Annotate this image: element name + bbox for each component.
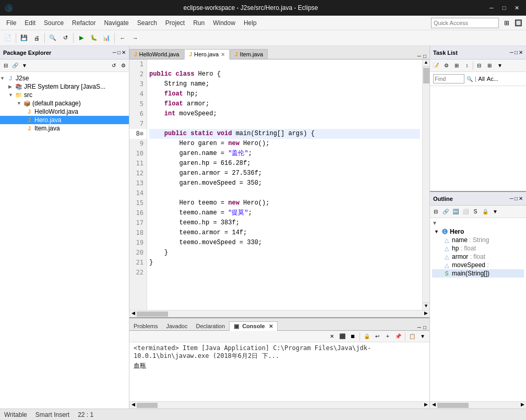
- outline-hide-static[interactable]: S: [471, 207, 480, 217]
- console-pin-btn[interactable]: 📌: [393, 332, 403, 341]
- task-expand-btn[interactable]: ⊞: [485, 61, 494, 70]
- new-button[interactable]: 📄: [2, 32, 14, 44]
- vscroll-down-btn[interactable]: ▼: [423, 303, 430, 310]
- tab-javadoc[interactable]: Javadoc: [162, 322, 192, 330]
- debug-button[interactable]: 🐛: [88, 32, 100, 44]
- outline-method-main[interactable]: S main(String[]): [432, 269, 524, 278]
- task-collapse-btn[interactable]: ⊟: [474, 61, 484, 70]
- menu-file[interactable]: File: [2, 17, 20, 29]
- pkg-sync-btn[interactable]: ↺: [109, 61, 118, 70]
- outline-link-editor[interactable]: 🔗: [441, 207, 450, 217]
- console-disconnect-btn[interactable]: ⏹: [348, 332, 357, 341]
- code-content[interactable]: public class Hero { String name; float h…: [147, 59, 422, 310]
- editor-hscrollbar[interactable]: ◀ ▶: [129, 310, 429, 317]
- pkg-maximize-btn[interactable]: □: [117, 50, 121, 55]
- console-word-wrap-btn[interactable]: ↩: [373, 332, 382, 341]
- outline-hide-nonpublic[interactable]: 🔒: [481, 207, 490, 217]
- outline-view-menu[interactable]: ▼: [491, 207, 500, 217]
- coverage-button[interactable]: 📊: [101, 32, 112, 44]
- menu-source[interactable]: Source: [40, 17, 68, 29]
- tree-item-src[interactable]: ▼ 📁 src: [0, 91, 129, 99]
- menu-project[interactable]: Project: [161, 17, 189, 29]
- task-minimize-btn[interactable]: ─: [510, 50, 513, 55]
- code-editor[interactable]: 1 2 3 4 5 6 7 8⊙ 9 10 11 12 13 14 15 16 …: [129, 59, 429, 310]
- tree-item-default-pkg[interactable]: ▼ 📦 (default package): [0, 99, 129, 107]
- vscroll-thumb[interactable]: [423, 68, 429, 83]
- outline-close-btn[interactable]: ✕: [519, 196, 523, 201]
- hscroll-left-btn[interactable]: ◀: [129, 310, 137, 318]
- collapse-all-btn[interactable]: ⊟: [1, 61, 10, 70]
- hscroll-thumb[interactable]: [137, 311, 168, 317]
- bottom-hscroll-left[interactable]: ◀: [129, 402, 137, 409]
- run-button[interactable]: ▶: [76, 32, 87, 44]
- prev-button[interactable]: ←: [117, 32, 128, 44]
- outline-minimize-btn[interactable]: ─: [510, 196, 513, 201]
- tree-item-j2se[interactable]: ▼ J J2se: [0, 74, 129, 82]
- outline-field-name[interactable]: △ name : String: [432, 236, 524, 244]
- task-group-btn[interactable]: ⊞: [452, 61, 461, 70]
- tree-item-jre[interactable]: ▶ 📚 JRE System Library [JavaS...: [0, 82, 129, 91]
- search-btn[interactable]: 🔍: [47, 32, 58, 44]
- print-button[interactable]: 🖨: [31, 32, 42, 44]
- console-terminate-btn[interactable]: ⬛: [338, 332, 347, 341]
- menu-refactor[interactable]: Refactor: [68, 17, 100, 29]
- console-scroll-lock-btn[interactable]: 🔒: [362, 332, 372, 341]
- console-clear-btn[interactable]: ✕: [327, 332, 337, 341]
- pkg-filter-btn[interactable]: ⚙: [118, 61, 128, 70]
- tab-declaration[interactable]: Declaration: [192, 322, 229, 330]
- task-find-icon[interactable]: 🔍: [467, 76, 473, 82]
- tab-item[interactable]: J Item.java: [230, 49, 268, 59]
- bottom-hscroll-thumb[interactable]: [137, 403, 158, 408]
- task-view-menu[interactable]: ▼: [495, 61, 505, 70]
- tab-console-close[interactable]: ✕: [269, 323, 273, 329]
- menu-search[interactable]: Search: [133, 17, 161, 29]
- minimize-button[interactable]: [486, 3, 497, 13]
- pkg-close-btn[interactable]: ✕: [122, 50, 126, 55]
- menu-run[interactable]: Run: [189, 17, 209, 29]
- close-button[interactable]: [511, 3, 522, 13]
- bottom-maximize-btn[interactable]: □: [422, 325, 427, 330]
- bottom-hscroll-right[interactable]: ▶: [422, 402, 429, 409]
- task-sort-btn[interactable]: ↕: [462, 61, 472, 70]
- task-filter-btn[interactable]: ⚙: [441, 61, 451, 70]
- editor-minimize-btn[interactable]: ─: [416, 53, 422, 59]
- next-button[interactable]: →: [129, 32, 141, 44]
- editor-vscrollbar[interactable]: ▲ ▼: [422, 59, 429, 310]
- tree-item-hero[interactable]: J Hero.java: [0, 116, 129, 124]
- task-new-btn[interactable]: 📝: [431, 61, 440, 70]
- menu-help[interactable]: Help: [240, 17, 261, 29]
- tree-item-item[interactable]: J Item.java: [0, 124, 129, 133]
- tab-helloworld[interactable]: J HelloWorld.java: [129, 49, 184, 59]
- quick-access-input[interactable]: [431, 18, 499, 28]
- hscroll-right-btn[interactable]: ▶: [422, 310, 429, 318]
- tab-close-hero[interactable]: ✕: [221, 52, 225, 57]
- pkg-minimize-btn[interactable]: ─: [113, 50, 116, 55]
- outline-field-armor[interactable]: △ armor : float: [432, 253, 524, 261]
- perspective-button[interactable]: 🔲: [512, 17, 524, 29]
- task-maximize-btn[interactable]: □: [515, 50, 518, 55]
- outline-hscroll-thumb[interactable]: [437, 403, 469, 408]
- refresh-btn[interactable]: ↺: [59, 32, 71, 44]
- outline-sort-alpha[interactable]: 🔤: [451, 207, 460, 217]
- menu-edit[interactable]: Edit: [20, 17, 40, 29]
- tab-console[interactable]: ▣ Console ✕: [229, 321, 278, 331]
- editor-maximize-btn[interactable]: □: [422, 53, 427, 59]
- outline-class-hero[interactable]: ▼ 🅒 Hero: [432, 227, 524, 236]
- bottom-minimize-btn[interactable]: ─: [416, 325, 422, 330]
- vscroll-up-btn[interactable]: ▲: [423, 59, 430, 67]
- outline-hide-fields[interactable]: ⬜: [461, 207, 470, 217]
- tree-item-helloworld[interactable]: J HelloWorld.java: [0, 107, 129, 116]
- view-toggle-button[interactable]: ⊞: [501, 17, 512, 29]
- tab-problems[interactable]: Problems: [129, 322, 162, 330]
- task-activate-label[interactable]: Ac...: [487, 76, 498, 82]
- console-open-console-btn[interactable]: 📋: [408, 332, 417, 341]
- outline-maximize-btn[interactable]: □: [515, 196, 518, 201]
- save-button[interactable]: 💾: [18, 32, 30, 44]
- task-all-label[interactable]: All: [479, 76, 485, 82]
- outline-expand-arrow[interactable]: ▼: [432, 220, 437, 226]
- outline-field-movespeed[interactable]: △ moveSpeed :: [432, 261, 524, 269]
- task-find-input[interactable]: [433, 74, 464, 83]
- menu-navigate[interactable]: Navigate: [100, 17, 133, 29]
- maximize-button[interactable]: [499, 3, 509, 13]
- console-new-console-btn[interactable]: +: [383, 332, 392, 341]
